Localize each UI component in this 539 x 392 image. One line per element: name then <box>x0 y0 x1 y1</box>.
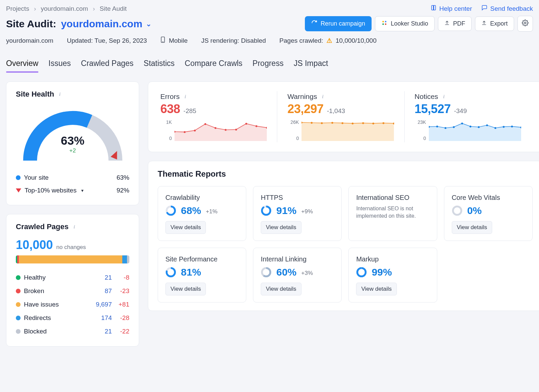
rerun-campaign-button[interactable]: Rerun campaign <box>305 16 372 31</box>
dot-icon <box>16 175 21 180</box>
view-details-button[interactable]: View details <box>356 283 397 295</box>
svg-point-1 <box>385 21 386 23</box>
svg-point-35 <box>461 122 463 124</box>
dot-icon <box>16 329 21 334</box>
kpi-warnings-delta: -1,043 <box>327 107 345 115</box>
send-feedback-link[interactable]: Send feedback <box>481 5 533 12</box>
mobile-icon <box>160 36 165 45</box>
svg-point-21 <box>311 122 313 123</box>
kpi-errors-value: 638 <box>160 102 180 116</box>
svg-point-4 <box>525 22 526 24</box>
crawled-pages-sub: no changes <box>56 244 86 251</box>
cwv-value: 0% <box>467 205 482 216</box>
report-crawlability: Crawlability 68% +1% View details <box>158 186 246 241</box>
report-international-seo: International SEO International SEO is n… <box>348 186 437 241</box>
tab-progress[interactable]: Progress <box>253 56 284 73</box>
feedback-label: Send feedback <box>490 5 533 12</box>
export-label: Export <box>490 20 508 27</box>
progress-ring-icon <box>356 267 367 278</box>
svg-point-15 <box>235 129 237 130</box>
svg-point-27 <box>373 122 374 124</box>
crawl-row-healthy[interactable]: Healthy 21 -8 <box>16 271 129 284</box>
svg-point-47 <box>453 207 461 215</box>
svg-point-12 <box>204 123 206 125</box>
looker-label: Looker Studio <box>391 20 428 27</box>
kpi-warnings[interactable]: Warningsi 23,297 -1,043 26K0 <box>277 91 404 142</box>
site-health-title: Site Health <box>16 90 54 99</box>
svg-marker-19 <box>302 122 394 141</box>
domain-select-label: yourdomain.com <box>61 18 142 30</box>
info-icon[interactable]: i <box>320 94 326 100</box>
looker-studio-button[interactable]: Looker Studio <box>375 16 435 31</box>
crawled-pages-total[interactable]: 10,000 <box>16 238 53 252</box>
info-icon[interactable]: i <box>182 94 188 100</box>
breadcrumb-projects[interactable]: Projects <box>6 5 29 12</box>
legend-your-site: Your site 63% <box>16 171 129 184</box>
page-title: Site Audit: <box>6 18 56 30</box>
svg-point-0 <box>382 21 384 23</box>
legend-top10[interactable]: Top-10% websites▾ 92% <box>16 184 129 197</box>
gauge-delta: +2 <box>17 147 128 154</box>
crawled-pages-bar <box>16 255 129 263</box>
crawl-row-broken[interactable]: Broken 87 -23 <box>16 284 129 298</box>
crawl-row-blocked[interactable]: Blocked 21 -22 <box>16 325 129 338</box>
domain-select[interactable]: yourdomain.com ⌄ <box>61 18 152 30</box>
svg-point-13 <box>215 127 216 129</box>
svg-point-16 <box>245 123 247 124</box>
svg-marker-30 <box>429 123 521 141</box>
crawl-row-have-issues[interactable]: Have issues 9,697 +81 <box>16 298 129 311</box>
kpi-notices[interactable]: Noticesi 15,527 -349 23K0 <box>404 91 531 142</box>
crawled-pages-card: Crawled Pages i 10,000 no changes Heal <box>6 214 139 347</box>
tab-issues[interactable]: Issues <box>49 56 71 73</box>
view-details-button[interactable]: View details <box>165 283 206 295</box>
view-details-button[interactable]: View details <box>165 221 206 234</box>
view-details-button[interactable]: View details <box>261 221 301 234</box>
breadcrumb-domain[interactable]: yourdomain.com <box>41 5 88 12</box>
svg-point-10 <box>184 131 185 133</box>
kpi-card: Errorsi 638 -285 1K0 <box>148 81 539 152</box>
kpi-errors-delta: -285 <box>184 107 196 115</box>
info-icon[interactable]: i <box>441 94 447 100</box>
view-details-button[interactable]: View details <box>452 221 492 234</box>
help-label: Help center <box>439 5 472 12</box>
crawl-row-redirects[interactable]: Redirects 174 -28 <box>16 311 129 325</box>
tab-crawled-pages[interactable]: Crawled Pages <box>81 56 133 73</box>
tab-js-impact[interactable]: JS Impact <box>294 56 328 73</box>
updated-label: Updated: Tue, Sep 26, 2023 <box>67 37 147 44</box>
export-button[interactable]: Export <box>475 16 514 31</box>
js-rendering-label: JS rendering: Disabled <box>201 37 266 44</box>
progress-ring-icon <box>261 267 272 278</box>
svg-point-38 <box>486 124 488 126</box>
rerun-label: Rerun campaign <box>321 20 365 27</box>
svg-marker-8 <box>175 124 267 141</box>
progress-ring-icon <box>261 205 272 216</box>
svg-point-41 <box>511 126 513 127</box>
svg-point-22 <box>321 122 323 124</box>
triangle-down-icon <box>16 188 21 192</box>
help-center-link[interactable]: Help center <box>431 5 472 12</box>
progress-ring-icon <box>165 267 176 278</box>
info-icon[interactable]: i <box>57 91 63 97</box>
site-health-card: Site Health i 63% +2 <box>6 81 139 205</box>
kpi-errors[interactable]: Errorsi 638 -285 1K0 <box>159 91 277 142</box>
tab-statistics[interactable]: Statistics <box>144 56 175 73</box>
pdf-button[interactable]: PDF <box>438 16 472 31</box>
settings-button[interactable] <box>517 16 533 32</box>
thematic-reports-card: Thematic Reports Crawlability 68% +1% <box>148 161 539 311</box>
info-icon[interactable]: i <box>71 224 77 230</box>
dot-icon <box>16 316 21 320</box>
view-details-button[interactable]: View details <box>261 283 301 295</box>
tab-overview[interactable]: Overview <box>6 56 38 73</box>
svg-point-23 <box>331 122 333 123</box>
dot-icon <box>16 289 21 293</box>
pages-crawled: Pages crawled: ⚠ 10,000/10,000 <box>279 37 376 44</box>
svg-point-46 <box>262 207 271 215</box>
svg-point-36 <box>469 126 471 127</box>
svg-point-39 <box>494 127 496 129</box>
svg-point-53 <box>357 268 366 277</box>
chevron-down-icon: ⌄ <box>146 20 152 28</box>
crawlability-value: 68% <box>181 205 201 216</box>
tab-compare-crawls[interactable]: Compare Crawls <box>185 56 242 73</box>
report-site-performance: Site Performance 81% View details <box>158 248 246 302</box>
gauge-value: 63% <box>17 134 128 147</box>
